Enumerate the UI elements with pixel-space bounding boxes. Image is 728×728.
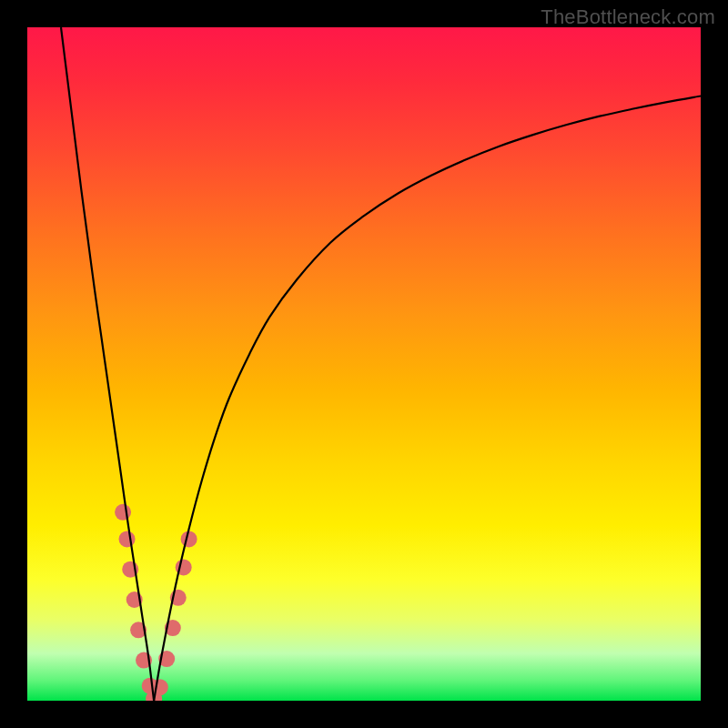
plot-area bbox=[27, 27, 701, 701]
curve-layer bbox=[27, 27, 701, 701]
watermark-text: TheBottleneck.com bbox=[541, 5, 715, 29]
left-branch-curve bbox=[61, 27, 154, 701]
curve-marker-dot bbox=[181, 531, 197, 547]
right-branch-curve bbox=[154, 96, 701, 701]
curve-markers bbox=[115, 504, 197, 701]
curve-marker-dot bbox=[115, 504, 131, 521]
chart-frame: TheBottleneck.com bbox=[0, 0, 728, 728]
curve-marker-dot bbox=[119, 531, 136, 547]
